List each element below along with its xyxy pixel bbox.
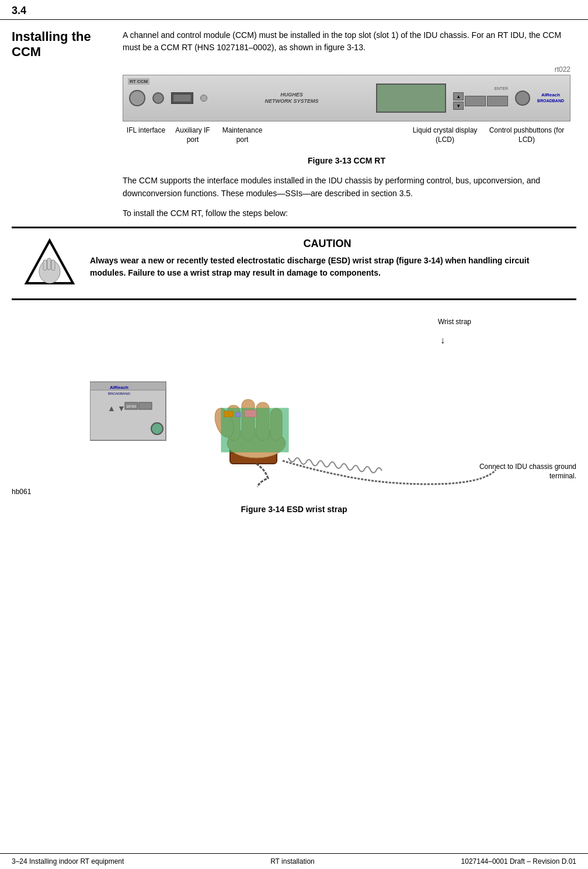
lcd-display — [376, 84, 446, 113]
body-text-2: To install the CCM RT, follow the steps … — [123, 207, 570, 220]
caution-content: CAUTION Always wear a new or recently te… — [90, 238, 565, 279]
left-title-block: Installing the CCM — [0, 20, 117, 227]
button-group: ENTER ▲ ▼ — [453, 86, 508, 110]
caution-box: ! CAUTION Always wear a new or recently … — [12, 227, 576, 300]
caution-title: CAUTION — [90, 238, 565, 250]
hb061-label: hb061 — [12, 488, 31, 496]
maintenance-port-connector — [171, 92, 193, 104]
ccm-rt-illustration: RT CCM HUGHESNETWORK SYSTEMS — [123, 75, 570, 121]
figure-3-14-caption: Figure 3-14 ESD wrist strap — [12, 505, 576, 514]
svg-text:▼: ▼ — [117, 404, 126, 413]
rt-ccm-label: RT CCM — [128, 78, 149, 85]
wrist-strap-svg: AIReach BROADBAND ▲ ▼ ENTER — [90, 312, 499, 487]
figure-3-13-caption: Figure 3-13 CCM RT — [123, 156, 570, 165]
svg-rect-4 — [47, 258, 51, 270]
svg-rect-13 — [139, 402, 152, 409]
svg-rect-25 — [224, 411, 233, 417]
arrow-buttons: ▲ ▼ — [453, 92, 464, 110]
control-pushbuttons-label: Control pushbuttons (for LCD) — [483, 126, 570, 144]
body-text-1: The CCM supports the interface modules i… — [123, 175, 570, 200]
aux-if-connector — [152, 92, 164, 104]
section-title: Installing the CCM — [12, 29, 105, 60]
ifl-label: IFL interface — [123, 126, 169, 144]
spacer: HUGHESNETWORK SYSTEMS — [214, 92, 369, 105]
button-row: ▲ ▼ — [453, 92, 508, 110]
enter-buttons — [465, 96, 508, 106]
caution-wrapper: ! CAUTION Always wear a new or recently … — [0, 227, 588, 300]
enter-button-1[interactable] — [465, 96, 486, 106]
ccm-rt-inner: HUGHESNETWORK SYSTEMS ENTER ▲ ▼ — [129, 84, 564, 113]
svg-rect-26 — [236, 412, 241, 417]
footer-center: RT installation — [270, 857, 315, 865]
label-spacer — [269, 126, 407, 144]
section-number: 3.4 — [0, 0, 588, 20]
svg-point-15 — [151, 423, 163, 434]
figure-3-14-section: Wrist strap ↓ AIReach BROADBAND ▲ ▼ ENTE… — [0, 312, 588, 561]
right-connector — [515, 91, 530, 106]
svg-rect-5 — [51, 260, 55, 270]
right-content-block: A channel and control module (CCM) must … — [117, 20, 588, 227]
svg-text:▲: ▲ — [107, 404, 116, 413]
hughes-logo: HUGHESNETWORK SYSTEMS — [214, 92, 369, 105]
enter-label: ENTER — [453, 86, 508, 91]
svg-text:AIReach: AIReach — [109, 385, 128, 390]
intro-text: A channel and control module (CCM) must … — [123, 29, 570, 54]
svg-rect-3 — [43, 260, 47, 270]
figure-3-14-illustration: Wrist strap ↓ AIReach BROADBAND ▲ ▼ ENTE… — [12, 312, 576, 499]
svg-text:BROADBAND: BROADBAND — [107, 392, 130, 395]
svg-rect-27 — [245, 410, 256, 417]
svg-text:ENTER: ENTER — [126, 405, 136, 408]
connect-label: Connect to IDU chassis ground terminal. — [471, 462, 576, 482]
footer-left: 3–24 Installing indoor RT equipment — [12, 857, 124, 865]
figure-3-13-container: rt022 RT CCM HUGHESNETWORK SYSTEMS — [123, 65, 570, 144]
ccm-labels-row: IFL interface Auxiliary IF port Maintena… — [123, 126, 570, 144]
aireach-logo: AIReachBROADBAND — [537, 92, 564, 103]
content-area: Installing the CCM A channel and control… — [0, 20, 588, 227]
small-indicator — [200, 95, 207, 102]
figure-rt022-ref: rt022 — [123, 65, 570, 74]
up-arrow-btn[interactable]: ▲ — [453, 92, 464, 100]
maintenance-label: Maintenance port — [216, 126, 269, 144]
ifl-connector — [129, 90, 145, 106]
footer-right: 1027144–0001 Draft – Revision D.01 — [461, 857, 576, 865]
caution-body: Always wear a new or recently tested ele… — [90, 255, 565, 279]
enter-button-2[interactable] — [487, 96, 508, 106]
lcd-label: Liquid crystal display (LCD) — [407, 126, 483, 144]
page-footer: 3–24 Installing indoor RT equipment RT i… — [0, 853, 588, 869]
caution-triangle-icon: ! — [23, 238, 76, 289]
auxiliary-label: Auxiliary IF port — [169, 126, 216, 144]
down-arrow-btn[interactable]: ▼ — [453, 102, 464, 110]
